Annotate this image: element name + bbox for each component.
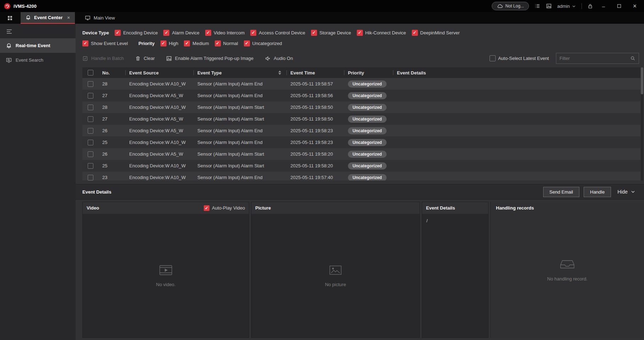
- show-event-level-checkbox-item[interactable]: ✓ Show Event Level: [82, 40, 128, 46]
- filter-checkbox-item[interactable]: ✓ Medium: [184, 40, 209, 46]
- checkbox-checked-icon[interactable]: ✓: [184, 40, 190, 46]
- table-row[interactable]: 27 Encoding Device:W A5_W Sensor (Alarm …: [82, 113, 640, 125]
- enable-popup-image-button[interactable]: Enable Alarm Triggered Pop-up Image: [166, 56, 253, 61]
- video-panel-title: Video: [87, 205, 99, 211]
- checkbox-unchecked-icon[interactable]: [490, 55, 496, 61]
- header-priority[interactable]: Priority: [344, 67, 393, 78]
- close-button[interactable]: ×: [630, 2, 640, 10]
- filter-checkbox-item[interactable]: ✓ Encoding Device: [115, 30, 158, 36]
- title-bar: iVMS-4200 Not Log... admin – ×: [0, 0, 644, 12]
- header-event-time[interactable]: Event Time: [287, 67, 344, 78]
- table-row[interactable]: 28 Encoding Device:W A10_W Sensor (Alarm…: [82, 78, 640, 90]
- details-panels: Video ✓ Auto-Play Video No video. Pictur…: [76, 200, 644, 340]
- lock-icon[interactable]: [588, 4, 593, 9]
- header-event-source[interactable]: Event Source: [126, 67, 194, 78]
- maximize-button[interactable]: [614, 2, 624, 10]
- checkbox-checked-icon[interactable]: ✓: [163, 30, 169, 36]
- sidebar-item-event-search[interactable]: Event Search: [0, 53, 76, 67]
- checkbox-checked-icon[interactable]: ✓: [215, 40, 221, 46]
- event-search-icon: [6, 57, 12, 63]
- row-event-type: Sensor (Alarm Input) Alarm Start: [194, 151, 287, 157]
- sidebar-collapse-icon[interactable]: [0, 24, 76, 38]
- table-row[interactable]: 25 Encoding Device:W A10_W Sensor (Alarm…: [82, 160, 640, 172]
- not-logged-in-button[interactable]: Not Log...: [492, 2, 529, 10]
- handle-button[interactable]: Handle: [584, 187, 611, 197]
- clear-button[interactable]: Clear: [135, 56, 155, 61]
- enable-popup-image-label: Enable Alarm Triggered Pop-up Image: [175, 56, 253, 61]
- row-checkbox[interactable]: [88, 151, 93, 157]
- tab-main-view[interactable]: Main View: [80, 12, 120, 24]
- auto-play-video-checkbox-item[interactable]: ✓ Auto-Play Video: [204, 205, 245, 211]
- modules-grid-icon[interactable]: [4, 12, 16, 24]
- checkbox-checked-icon[interactable]: ✓: [204, 205, 209, 211]
- main-content: Device Type ✓ Encoding Device ✓ Alarm De…: [76, 24, 644, 340]
- checkbox-checked-icon[interactable]: ✓: [412, 30, 418, 36]
- checkbox-checked-icon[interactable]: ✓: [160, 40, 167, 46]
- filter-checkbox-item[interactable]: ✓ Access Control Device: [250, 30, 305, 36]
- checkbox-label: DeepinMind Server: [420, 30, 460, 35]
- minimize-button[interactable]: –: [599, 2, 608, 10]
- row-checkbox[interactable]: [88, 128, 93, 134]
- handling-records-title: Handling records: [496, 205, 534, 211]
- header-no[interactable]: No.: [99, 67, 126, 78]
- filter-checkbox-item[interactable]: ✓ Storage Device: [311, 30, 351, 36]
- event-list-icon[interactable]: [535, 3, 540, 9]
- checkbox-checked-icon[interactable]: ✓: [357, 30, 363, 36]
- send-email-button[interactable]: Send Email: [543, 187, 579, 197]
- filter-search-box[interactable]: [556, 53, 639, 64]
- table-row[interactable]: 26 Encoding Device:W A5_W Sensor (Alarm …: [82, 125, 640, 136]
- sidebar-item-realtime-event[interactable]: Real-time Event: [0, 38, 76, 53]
- row-event-time: 2025-05-11 19:57:40: [287, 175, 344, 180]
- scrollbar-thumb[interactable]: [641, 67, 643, 94]
- user-menu[interactable]: admin: [557, 4, 576, 9]
- table-row[interactable]: 25 Encoding Device:W A10_W Sensor (Alarm…: [82, 136, 640, 148]
- table-scrollbar[interactable]: [641, 67, 643, 180]
- speaker-icon: [265, 56, 271, 61]
- row-checkbox[interactable]: [88, 93, 93, 99]
- sort-icon[interactable]: [278, 71, 281, 75]
- checkbox-label: Show Event Level: [91, 41, 128, 46]
- filter-checkbox-item[interactable]: ✓ Uncategorized: [244, 40, 282, 46]
- filter-checkbox-item[interactable]: ✓ Alarm Device: [163, 30, 199, 36]
- filter-checkbox-item[interactable]: ✓ Hik-Connect Device: [357, 30, 406, 36]
- filter-checkbox-item[interactable]: ✓ DeepinMind Server: [412, 30, 460, 36]
- checkbox-checked-icon[interactable]: ✓: [205, 30, 211, 36]
- table-row[interactable]: 27 Encoding Device:W A5_W Sensor (Alarm …: [82, 90, 640, 101]
- row-checkbox[interactable]: [88, 116, 93, 122]
- checkbox-checked-icon[interactable]: ✓: [82, 40, 88, 46]
- filter-checkbox-item[interactable]: ✓ Normal: [215, 40, 238, 46]
- audio-on-button[interactable]: Audio On: [265, 56, 293, 61]
- row-checkbox[interactable]: [88, 175, 93, 180]
- filter-search-input[interactable]: [560, 56, 628, 61]
- row-priority-cell: Uncategorized: [344, 139, 393, 146]
- handle-in-batch-button[interactable]: Handle in Batch: [82, 56, 124, 61]
- row-checkbox[interactable]: [88, 105, 93, 110]
- header-event-details[interactable]: Event Details: [393, 67, 640, 78]
- tab-close-icon[interactable]: ×: [67, 15, 70, 20]
- snapshot-gallery-icon[interactable]: [546, 3, 552, 9]
- tab-event-center[interactable]: Event Center ×: [21, 12, 75, 24]
- select-all-checkbox[interactable]: [88, 70, 93, 76]
- checkbox-checked-icon[interactable]: ✓: [250, 30, 256, 36]
- row-checkbox[interactable]: [88, 81, 93, 87]
- row-event-source: Encoding Device:W A10_W: [126, 163, 194, 168]
- table-header: No. Event Source Event Type Event Time P…: [82, 67, 640, 78]
- row-checkbox[interactable]: [88, 163, 93, 169]
- auto-select-latest-checkbox-item[interactable]: Auto-Select Latest Event: [490, 55, 549, 61]
- checkbox-checked-icon[interactable]: ✓: [115, 30, 121, 36]
- priority-badge: Uncategorized: [348, 116, 387, 123]
- filter-checkbox-item[interactable]: ✓ Video Intercom: [205, 30, 245, 36]
- filter-checkbox-item[interactable]: ✓ High: [160, 40, 179, 46]
- row-priority-cell: Uncategorized: [344, 174, 393, 181]
- checkbox-checked-icon[interactable]: ✓: [311, 30, 317, 36]
- search-icon[interactable]: [630, 56, 635, 61]
- header-event-type[interactable]: Event Type: [194, 67, 287, 78]
- row-event-source: Encoding Device:W A5_W: [126, 151, 194, 157]
- row-checkbox[interactable]: [88, 140, 93, 145]
- table-row[interactable]: 26 Encoding Device:W A5_W Sensor (Alarm …: [82, 148, 640, 160]
- table-row[interactable]: 23 Encoding Device:W A10_W Sensor (Alarm…: [82, 172, 640, 180]
- checkbox-checked-icon[interactable]: ✓: [244, 40, 250, 46]
- video-panel: Video ✓ Auto-Play Video No video.: [82, 202, 249, 338]
- hide-button[interactable]: Hide: [615, 189, 637, 195]
- table-row[interactable]: 28 Encoding Device:W A10_W Sensor (Alarm…: [82, 101, 640, 113]
